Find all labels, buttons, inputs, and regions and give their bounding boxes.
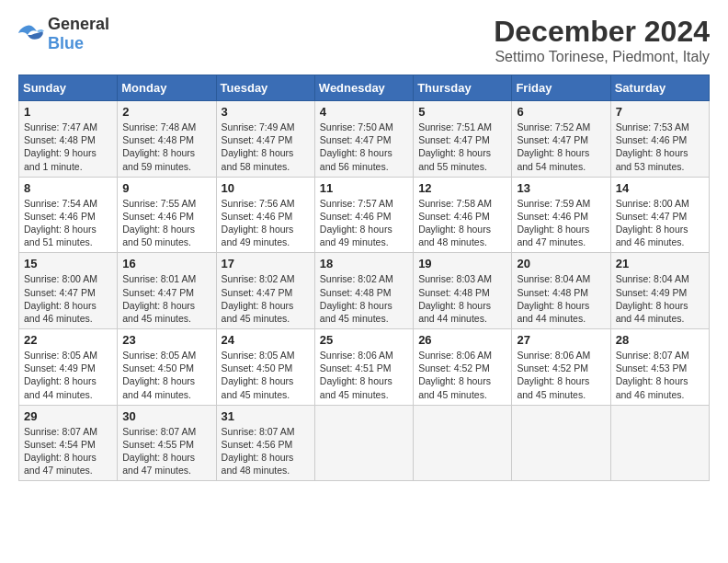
table-row: 17 Sunrise: 8:02 AMSunset: 4:47 PM Dayli… xyxy=(216,253,314,329)
table-row: 2 Sunrise: 7:48 AMSunset: 4:48 PM Daylig… xyxy=(118,101,216,178)
day-info: Sunrise: 8:05 AMSunset: 4:50 PM Daylight… xyxy=(122,349,210,401)
header-thursday: Thursday xyxy=(414,75,512,101)
logo-text: General Blue xyxy=(48,15,109,53)
logo-general: General xyxy=(48,15,109,33)
day-number: 14 xyxy=(616,181,704,195)
day-number: 10 xyxy=(222,181,310,195)
day-number: 11 xyxy=(320,181,408,195)
day-number: 27 xyxy=(517,333,605,347)
day-info: Sunrise: 8:07 AMSunset: 4:53 PM Daylight… xyxy=(616,349,704,401)
header-sunday: Sunday xyxy=(19,75,118,101)
day-info: Sunrise: 8:03 AMSunset: 4:48 PM Daylight… xyxy=(418,272,506,325)
day-info: Sunrise: 8:02 AMSunset: 4:48 PM Daylight… xyxy=(320,272,408,325)
day-number: 25 xyxy=(320,333,408,347)
calendar-week-row: 22 Sunrise: 8:05 AMSunset: 4:49 PM Dayli… xyxy=(19,329,710,406)
day-info: Sunrise: 7:59 AMSunset: 4:46 PM Daylight… xyxy=(517,197,605,249)
day-number: 12 xyxy=(418,181,506,195)
table-row: 10 Sunrise: 7:56 AMSunset: 4:46 PM Dayli… xyxy=(216,177,314,253)
day-info: Sunrise: 7:48 AMSunset: 4:48 PM Daylight… xyxy=(122,121,210,173)
table-row: 20 Sunrise: 8:04 AMSunset: 4:48 PM Dayli… xyxy=(512,253,610,329)
day-number: 17 xyxy=(222,257,310,270)
table-row: 27 Sunrise: 8:06 AMSunset: 4:52 PM Dayli… xyxy=(512,329,610,406)
day-info: Sunrise: 7:54 AMSunset: 4:46 PM Daylight… xyxy=(24,197,112,249)
table-row: 28 Sunrise: 8:07 AMSunset: 4:53 PM Dayli… xyxy=(610,329,709,406)
day-number: 3 xyxy=(222,105,310,119)
day-number: 5 xyxy=(418,105,506,119)
page-header: General Blue December 2024 Settimo Torin… xyxy=(18,15,710,65)
table-row xyxy=(414,405,512,481)
logo: General Blue xyxy=(18,15,109,53)
calendar-table: Sunday Monday Tuesday Wednesday Thursday… xyxy=(18,75,710,481)
table-row: 18 Sunrise: 8:02 AMSunset: 4:48 PM Dayli… xyxy=(314,253,413,329)
header-saturday: Saturday xyxy=(610,75,709,101)
day-info: Sunrise: 8:01 AMSunset: 4:47 PM Daylight… xyxy=(122,272,210,325)
table-row: 9 Sunrise: 7:55 AMSunset: 4:46 PM Daylig… xyxy=(118,177,216,253)
day-info: Sunrise: 8:07 AMSunset: 4:55 PM Daylight… xyxy=(122,425,210,477)
day-number: 6 xyxy=(517,105,605,119)
day-number: 13 xyxy=(517,181,605,195)
table-row: 19 Sunrise: 8:03 AMSunset: 4:48 PM Dayli… xyxy=(414,253,512,329)
day-info: Sunrise: 8:07 AMSunset: 4:56 PM Daylight… xyxy=(222,425,310,477)
day-info: Sunrise: 7:58 AMSunset: 4:46 PM Daylight… xyxy=(418,197,506,249)
day-number: 8 xyxy=(24,181,112,195)
day-number: 9 xyxy=(122,181,210,195)
header-row: Sunday Monday Tuesday Wednesday Thursday… xyxy=(19,75,710,101)
day-number: 2 xyxy=(122,105,210,119)
table-row: 7 Sunrise: 7:53 AMSunset: 4:46 PM Daylig… xyxy=(610,101,709,178)
day-info: Sunrise: 7:53 AMSunset: 4:46 PM Daylight… xyxy=(616,121,704,173)
day-number: 20 xyxy=(517,257,605,270)
day-info: Sunrise: 8:00 AMSunset: 4:47 PM Daylight… xyxy=(616,197,704,249)
page-title: December 2024 xyxy=(494,15,710,49)
day-number: 29 xyxy=(24,409,112,423)
day-number: 22 xyxy=(24,333,112,347)
day-number: 16 xyxy=(122,257,210,270)
table-row: 26 Sunrise: 8:06 AMSunset: 4:52 PM Dayli… xyxy=(414,329,512,406)
day-info: Sunrise: 8:02 AMSunset: 4:47 PM Daylight… xyxy=(222,272,310,325)
day-info: Sunrise: 7:51 AMSunset: 4:47 PM Daylight… xyxy=(418,121,506,173)
day-number: 21 xyxy=(616,257,704,270)
day-info: Sunrise: 7:52 AMSunset: 4:47 PM Daylight… xyxy=(517,121,605,173)
table-row xyxy=(610,405,709,481)
table-row: 3 Sunrise: 7:49 AMSunset: 4:47 PM Daylig… xyxy=(216,101,314,178)
table-row: 16 Sunrise: 8:01 AMSunset: 4:47 PM Dayli… xyxy=(118,253,216,329)
day-info: Sunrise: 8:06 AMSunset: 4:52 PM Daylight… xyxy=(517,349,605,401)
table-row xyxy=(314,405,413,481)
page-subtitle: Settimo Torinese, Piedmont, Italy xyxy=(494,49,710,65)
day-number: 7 xyxy=(616,105,704,119)
day-number: 1 xyxy=(24,105,112,119)
table-row: 22 Sunrise: 8:05 AMSunset: 4:49 PM Dayli… xyxy=(19,329,118,406)
table-row: 15 Sunrise: 8:00 AMSunset: 4:47 PM Dayli… xyxy=(19,253,118,329)
day-info: Sunrise: 8:04 AMSunset: 4:49 PM Daylight… xyxy=(616,272,704,325)
table-row: 13 Sunrise: 7:59 AMSunset: 4:46 PM Dayli… xyxy=(512,177,610,253)
day-number: 19 xyxy=(418,257,506,270)
day-info: Sunrise: 8:00 AMSunset: 4:47 PM Daylight… xyxy=(24,272,112,325)
header-wednesday: Wednesday xyxy=(314,75,413,101)
table-row: 6 Sunrise: 7:52 AMSunset: 4:47 PM Daylig… xyxy=(512,101,610,178)
table-row: 29 Sunrise: 8:07 AMSunset: 4:54 PM Dayli… xyxy=(19,405,118,481)
table-row: 30 Sunrise: 8:07 AMSunset: 4:55 PM Dayli… xyxy=(118,405,216,481)
day-info: Sunrise: 8:06 AMSunset: 4:52 PM Daylight… xyxy=(418,349,506,401)
day-number: 23 xyxy=(122,333,210,347)
day-info: Sunrise: 7:55 AMSunset: 4:46 PM Daylight… xyxy=(122,197,210,249)
calendar-week-row: 29 Sunrise: 8:07 AMSunset: 4:54 PM Dayli… xyxy=(19,405,710,481)
day-number: 31 xyxy=(222,409,310,423)
logo-blue: Blue xyxy=(48,34,84,52)
table-row: 23 Sunrise: 8:05 AMSunset: 4:50 PM Dayli… xyxy=(118,329,216,406)
table-row: 14 Sunrise: 8:00 AMSunset: 4:47 PM Dayli… xyxy=(610,177,709,253)
table-row: 31 Sunrise: 8:07 AMSunset: 4:56 PM Dayli… xyxy=(216,405,314,481)
day-info: Sunrise: 7:50 AMSunset: 4:47 PM Daylight… xyxy=(320,121,408,173)
table-row: 11 Sunrise: 7:57 AMSunset: 4:46 PM Dayli… xyxy=(314,177,413,253)
day-info: Sunrise: 7:57 AMSunset: 4:46 PM Daylight… xyxy=(320,197,408,249)
day-info: Sunrise: 8:06 AMSunset: 4:51 PM Daylight… xyxy=(320,349,408,401)
logo-icon xyxy=(18,24,44,44)
day-number: 28 xyxy=(616,333,704,347)
day-info: Sunrise: 7:47 AMSunset: 4:48 PM Daylight… xyxy=(24,121,112,173)
day-info: Sunrise: 8:05 AMSunset: 4:49 PM Daylight… xyxy=(24,349,112,401)
day-info: Sunrise: 8:05 AMSunset: 4:50 PM Daylight… xyxy=(222,349,310,401)
calendar-week-row: 1 Sunrise: 7:47 AMSunset: 4:48 PM Daylig… xyxy=(19,101,710,178)
header-friday: Friday xyxy=(512,75,610,101)
day-number: 26 xyxy=(418,333,506,347)
day-info: Sunrise: 7:56 AMSunset: 4:46 PM Daylight… xyxy=(222,197,310,249)
header-tuesday: Tuesday xyxy=(216,75,314,101)
table-row: 4 Sunrise: 7:50 AMSunset: 4:47 PM Daylig… xyxy=(314,101,413,178)
